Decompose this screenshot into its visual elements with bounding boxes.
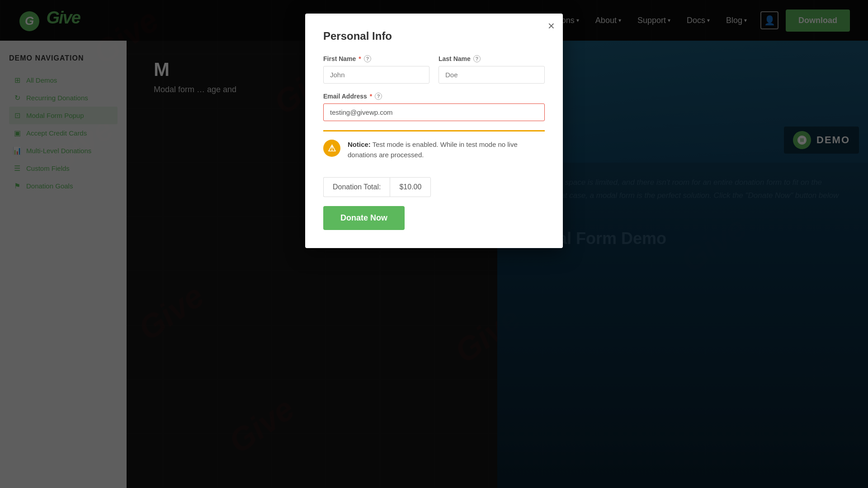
notice-text: Notice: Test mode is enabled. While in t…: [348, 140, 545, 160]
email-input[interactable]: [323, 103, 545, 121]
last-name-label: Last Name ?: [439, 55, 545, 62]
first-name-group: First Name * ?: [323, 55, 429, 84]
warning-icon: ⚠: [323, 140, 340, 157]
first-name-label: First Name * ?: [323, 55, 429, 62]
help-icon-last[interactable]: ?: [473, 55, 481, 62]
required-star-first: *: [359, 55, 361, 62]
required-star-email: *: [370, 93, 372, 100]
email-group: Email Address * ?: [323, 93, 545, 121]
name-row: First Name * ? Last Name ?: [323, 55, 545, 84]
donate-now-button[interactable]: Donate Now: [323, 206, 405, 230]
notice-box: ⚠ Notice: Test mode is enabled. While in…: [323, 130, 545, 168]
first-name-input[interactable]: [323, 66, 429, 84]
last-name-group: Last Name ?: [439, 55, 545, 84]
modal-close-button[interactable]: ×: [548, 20, 555, 32]
email-label: Email Address * ?: [323, 93, 545, 100]
modal-overlay[interactable]: × Personal Info First Name * ? Last Name…: [0, 0, 868, 488]
donation-amount: $10.00: [390, 177, 431, 197]
help-icon-first[interactable]: ?: [364, 55, 371, 62]
help-icon-email[interactable]: ?: [375, 93, 382, 100]
donation-total-label: Donation Total:: [323, 177, 390, 197]
last-name-input[interactable]: [439, 66, 545, 84]
modal-title: Personal Info: [323, 30, 545, 42]
modal-dialog: × Personal Info First Name * ? Last Name…: [305, 14, 563, 248]
donation-total-row: Donation Total: $10.00: [323, 177, 545, 197]
